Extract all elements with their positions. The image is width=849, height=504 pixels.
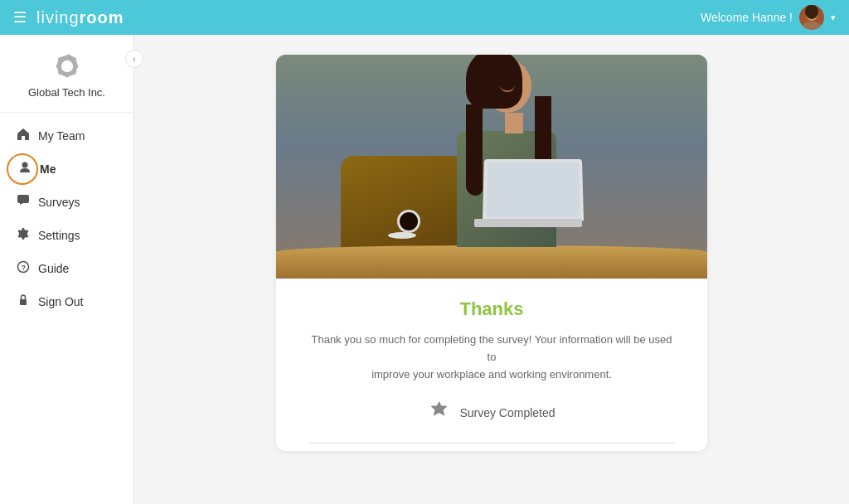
svg-point-4 — [22, 162, 28, 168]
svg-point-3 — [61, 61, 72, 72]
survey-card: Thanks Thank you so much for completing … — [276, 55, 707, 451]
sidebar-label-sign-out: Sign Out — [38, 295, 83, 308]
question-icon: ? — [17, 260, 30, 277]
top-nav: ☰ livingroom Welcome Hanne ! ▾ — [0, 0, 849, 35]
main-content: Thanks Thank you so much for completing … — [134, 35, 849, 504]
sidebar-collapse-button[interactable]: ‹ — [125, 50, 143, 68]
completed-badge: Survey Completed — [309, 400, 674, 426]
sidebar-label-guide: Guide — [38, 262, 69, 275]
sidebar-item-my-team[interactable]: My Team — [0, 119, 133, 153]
svg-rect-8 — [20, 299, 27, 305]
survey-body: Thanks Thank you so much for completing … — [276, 279, 707, 451]
person-icon — [18, 161, 32, 177]
chevron-down-icon[interactable]: ▾ — [831, 12, 836, 23]
home-icon — [17, 128, 30, 144]
divider — [309, 443, 674, 443]
chat-icon — [17, 194, 30, 211]
sidebar-item-guide[interactable]: ? Guide — [0, 252, 133, 285]
sidebar-item-surveys[interactable]: Surveys — [0, 186, 133, 219]
welcome-text: Welcome Hanne ! — [701, 11, 793, 24]
svg-point-1 — [802, 22, 822, 30]
badge-star-icon — [428, 400, 451, 426]
sidebar-label-surveys: Surveys — [38, 196, 80, 209]
completed-text: Survey Completed — [459, 406, 555, 419]
avatar[interactable] — [799, 5, 824, 30]
sidebar-label-settings: Settings — [38, 229, 80, 242]
hero-image — [276, 55, 707, 279]
gear-icon — [17, 227, 30, 244]
company-logo-icon — [52, 51, 82, 81]
sidebar: ‹ Global Tech Inc. My Team — [0, 35, 134, 504]
thanks-title: Thanks — [309, 298, 674, 320]
sidebar-item-sign-out[interactable]: Sign Out — [0, 285, 133, 318]
sidebar-logo-area: Global Tech Inc. — [0, 35, 133, 113]
sidebar-label-my-team: My Team — [38, 129, 85, 143]
sidebar-label-me: Me — [40, 162, 56, 176]
app-logo: livingroom — [36, 8, 124, 27]
sidebar-nav: My Team Me — [0, 113, 133, 325]
company-name: Global Tech Inc. — [28, 86, 105, 99]
svg-rect-5 — [17, 195, 29, 203]
svg-text:?: ? — [22, 264, 27, 272]
sidebar-item-settings[interactable]: Settings — [0, 219, 133, 252]
topnav-right: Welcome Hanne ! ▾ — [701, 5, 836, 30]
hamburger-icon[interactable]: ☰ — [13, 8, 27, 27]
sidebar-item-me[interactable]: Me — [0, 153, 133, 186]
lock-icon — [17, 293, 30, 310]
thanks-description: Thank you so much for completing the sur… — [309, 332, 674, 383]
